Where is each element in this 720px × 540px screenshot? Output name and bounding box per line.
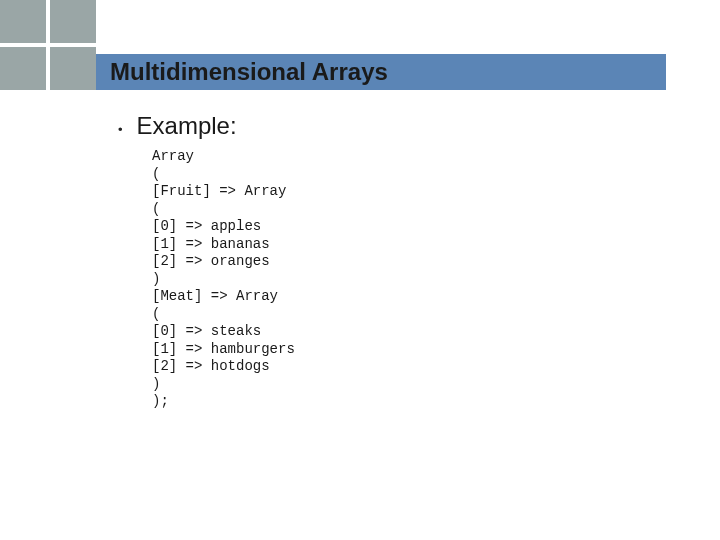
grid-cell [50, 47, 96, 90]
decorative-grid [0, 0, 96, 90]
bullet-item: • Example: [118, 112, 295, 140]
bullet-text: Example: [137, 112, 237, 140]
grid-cell [50, 0, 96, 43]
title-bar: Multidimensional Arrays [96, 54, 666, 90]
grid-cell [0, 0, 46, 43]
slide-content: • Example: Array ( [Fruit] => Array ( [0… [110, 112, 295, 411]
slide-title: Multidimensional Arrays [110, 58, 388, 86]
code-block: Array ( [Fruit] => Array ( [0] => apples… [152, 148, 295, 411]
bullet-marker: • [118, 122, 123, 137]
grid-cell [0, 47, 46, 90]
